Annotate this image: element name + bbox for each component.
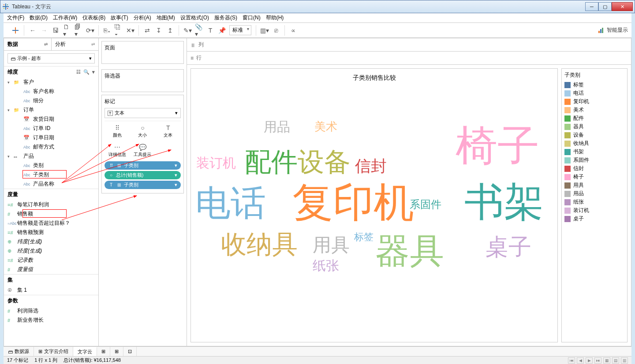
menu-item[interactable]: 帮助(H) [266, 14, 284, 22]
new-worksheet-icon[interactable]: ⎘▾ [103, 26, 111, 34]
menu-icon[interactable]: ▾ [92, 69, 95, 75]
group-icon[interactable]: 📎▾ [195, 26, 203, 34]
label-icon[interactable]: T [206, 26, 214, 34]
undo-icon[interactable]: ← [29, 26, 37, 34]
field-item[interactable]: ▾📁订单 [4, 105, 98, 115]
pin-icon[interactable]: 📌 [218, 26, 226, 34]
field-item[interactable]: 📅发货日期 [4, 115, 98, 124]
marks-文本[interactable]: T文本 [155, 121, 181, 141]
show-me-button[interactable]: 智能显示 [598, 26, 628, 34]
tableau-logo-icon[interactable] [11, 26, 19, 34]
sheet-tab[interactable]: ⊞文字云介绍 [34, 347, 73, 356]
share-icon[interactable]: ∝ [289, 26, 297, 34]
legend-item[interactable]: 装订机 [564, 206, 624, 215]
redo-icon[interactable]: → [40, 26, 48, 34]
word[interactable]: 复印机 [292, 175, 414, 230]
word[interactable]: 标签 [354, 230, 374, 244]
field-item[interactable]: #新业务增长 [4, 316, 98, 325]
word[interactable]: 电话 [195, 180, 266, 227]
viz-title[interactable]: 子类别销售比较 [191, 69, 557, 87]
legend-item[interactable]: 用品 [564, 189, 624, 198]
new-dashboard-tab[interactable]: ⊞ [110, 347, 123, 356]
word[interactable]: 器具 [375, 228, 444, 275]
word[interactable]: 纸张 [313, 257, 339, 275]
pages-shelf[interactable]: 页面 [101, 41, 184, 64]
columns-shelf[interactable]: ⫼列 [187, 38, 631, 52]
marks-pill[interactable]: T⊞子类别▾ [105, 181, 181, 189]
word[interactable]: 配件 [245, 145, 298, 180]
field-item[interactable]: ▾ₒₒ产品 [4, 152, 98, 161]
word[interactable]: 用具 [313, 233, 350, 257]
field-item[interactable]: Abc订单 ID [4, 124, 98, 133]
menu-item[interactable]: 设置格式(O) [180, 14, 209, 22]
field-item[interactable]: #度量值 [4, 265, 98, 274]
save-icon[interactable]: 🖫 [52, 26, 60, 34]
mark-type-selector[interactable]: T 文本 [105, 108, 181, 118]
word[interactable]: 书架 [464, 175, 544, 229]
legend-item[interactable]: 标签 [564, 81, 624, 89]
viz-canvas[interactable]: 子类别销售比较 用品美术装订机配件设备信封椅子电话复印机系固件书架收纳具用具标签… [190, 68, 558, 342]
menu-item[interactable]: 仪表板(B) [82, 14, 105, 22]
nav-next-icon[interactable]: ▶ [586, 357, 593, 364]
field-item[interactable]: ⊕纬度(生成) [4, 237, 98, 246]
legend-item[interactable]: 书架 [564, 148, 624, 156]
presentation-icon[interactable]: ⎚ [272, 26, 280, 34]
tab-data[interactable]: 数据⇄ [4, 38, 52, 50]
legend-item[interactable]: 电话 [564, 89, 624, 97]
field-item[interactable]: #利润筛选 [4, 306, 98, 316]
legend-item[interactable]: 纸张 [564, 198, 624, 206]
marks-大小[interactable]: ○大小 [130, 121, 156, 141]
field-item[interactable]: Abc邮寄方式 [4, 142, 98, 152]
field-item[interactable]: Abc产品名称 [4, 179, 98, 189]
menu-item[interactable]: 服务器(S) [214, 14, 237, 22]
datasource-selector[interactable]: 🗃 示例 - 超市 [7, 53, 95, 63]
word[interactable]: 信封 [355, 156, 387, 177]
legend-item[interactable]: 收纳具 [564, 139, 624, 148]
nav-first-icon[interactable]: ⏮ [568, 357, 575, 364]
minimize-button[interactable]: ─ [585, 2, 598, 11]
field-item[interactable]: Abc客户名称 [4, 87, 98, 96]
sheet-tab[interactable]: 文字云 [73, 347, 97, 356]
tab-analytics[interactable]: 分析⇄ [52, 38, 99, 50]
field-item[interactable]: =#每笔订单利润 [4, 200, 98, 209]
menu-item[interactable]: 地图(M) [157, 14, 175, 22]
menu-item[interactable]: 文件(F) [7, 14, 24, 22]
view-filmstrip-icon[interactable]: ▦ [603, 357, 610, 364]
nav-prev-icon[interactable]: ◀ [577, 357, 584, 364]
pause-icon[interactable]: 🗐▾ [75, 26, 82, 34]
legend-item[interactable]: 信封 [564, 164, 624, 173]
new-story-tab[interactable]: ⊡ [123, 347, 137, 356]
field-item[interactable]: Abc子类别 [4, 170, 98, 179]
legend-item[interactable]: 系固件 [564, 156, 624, 164]
menu-item[interactable]: 数据(D) [30, 14, 48, 22]
legend-item[interactable]: 美术 [564, 106, 624, 114]
field-item[interactable]: ▾📁客户 [4, 78, 98, 87]
word[interactable]: 美术 [314, 119, 337, 134]
word[interactable]: 设备 [298, 145, 351, 180]
marks-pill[interactable]: ⠿⊞子类别▾ [105, 161, 181, 170]
field-item[interactable]: 📅订单日期 [4, 133, 98, 142]
sort-desc-icon[interactable]: ↥ [166, 26, 174, 34]
field-item[interactable]: #销售额 [4, 209, 98, 219]
marks-pill[interactable]: ○总计(销售额)▾ [105, 171, 181, 179]
legend-item[interactable]: 设备 [564, 131, 624, 139]
word[interactable]: 系固件 [410, 197, 441, 212]
word[interactable]: 收纳具 [221, 227, 298, 262]
field-item[interactable]: =Abc销售额是否超过目标？ [4, 219, 98, 228]
view-tabs-icon[interactable]: ▤ [612, 357, 619, 364]
fit-dropdown[interactable]: 标准 [229, 25, 251, 35]
legend-item[interactable]: 复印机 [564, 97, 624, 106]
field-item[interactable]: ⊕经度(生成) [4, 246, 98, 256]
word[interactable]: 桌子 [486, 232, 531, 263]
legend-item[interactable]: 用具 [564, 181, 624, 189]
new-datasource-icon[interactable]: 🗋▾ [63, 26, 71, 34]
field-item[interactable]: ⦿集 1 [4, 286, 98, 295]
word[interactable]: 装订机 [196, 154, 236, 172]
search-icon[interactable]: 🔍 [83, 69, 90, 75]
view-icon[interactable]: ☷ [76, 69, 81, 75]
menu-item[interactable]: 窗口(N) [243, 14, 261, 22]
legend-item[interactable]: 椅子 [564, 173, 624, 181]
refresh-icon[interactable]: ⟳▾ [86, 26, 94, 34]
word[interactable]: 用品 [264, 118, 290, 136]
view-sheets-icon[interactable]: ▥ [621, 357, 628, 364]
